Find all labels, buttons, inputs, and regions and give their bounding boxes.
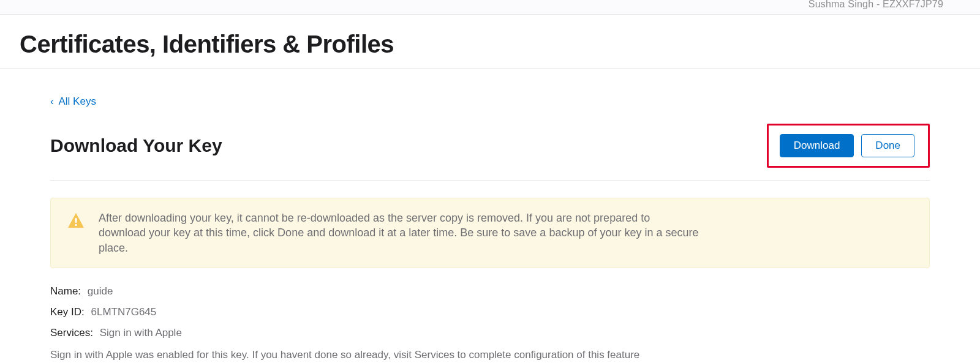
detail-label: Key ID [50,306,85,318]
warning-banner: After downloading your key, it cannot be… [50,198,930,268]
content: ‹ All Keys Download Your Key Download Do… [0,69,980,363]
page-title: Certificates, Identifiers & Profiles [20,31,960,58]
warning-icon [67,212,85,255]
warning-text: After downloading your key, it cannot be… [99,211,699,255]
detail-name: Name guide [50,285,930,298]
detail-label: Name [50,285,81,297]
action-buttons: Download Done [780,134,914,157]
detail-services: Services Sign in with Apple [50,327,930,339]
section-title: Download Your Key [50,135,222,156]
done-button[interactable]: Done [861,134,914,157]
detail-value: Sign in with Apple [100,327,182,339]
detail-value: guide [88,285,113,297]
section-header-row: Download Your Key Download Done [50,124,930,181]
detail-value: 6LMTN7G645 [91,306,157,318]
download-button[interactable]: Download [780,134,854,157]
top-strip: Sushma Singh - EZXXF7JP79 [0,0,980,15]
account-name: Sushma Singh - EZXXF7JP79 [809,0,943,10]
key-details: Name guide Key ID 6LMTN7G645 Services Si… [50,285,930,363]
chevron-left-icon: ‹ [50,95,54,107]
action-highlight: Download Done [767,124,930,168]
detail-key-id: Key ID 6LMTN7G645 [50,306,930,318]
back-link[interactable]: ‹ All Keys [50,95,96,108]
services-note: Sign in with Apple was enabled for this … [50,348,650,363]
detail-label: Services [50,327,93,339]
page-header: Certificates, Identifiers & Profiles [0,15,980,69]
svg-point-1 [75,224,77,226]
svg-rect-0 [75,218,77,223]
back-link-label: All Keys [58,95,96,107]
